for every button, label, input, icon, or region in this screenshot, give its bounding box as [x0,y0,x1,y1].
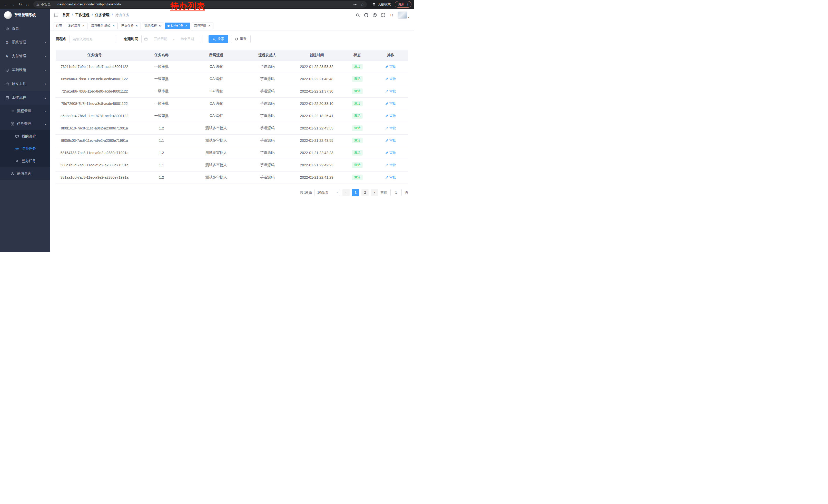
bookmark-star-icon[interactable]: ☆ [361,3,364,6]
sidebar-item-task-mgmt[interactable]: 任务管理 ▴ [0,118,50,130]
column-header-task-name: 任务名称 [133,50,190,60]
reload-icon[interactable]: ↻ [17,1,24,8]
prev-page-button[interactable]: ‹ [342,189,349,196]
close-icon[interactable]: × [112,24,115,28]
column-header-status: 状态 [341,50,373,60]
approve-button[interactable]: 审批 [385,64,396,69]
page-2-button[interactable]: 2 [362,189,369,196]
address-bar[interactable]: ⚠ 不安全 dashboard.yudao.iocoder.cn/bpm/tas… [33,1,367,8]
approve-button[interactable]: 审批 [385,101,396,106]
sidebar-item-process-mgmt[interactable]: 流程管理 ▾ [0,104,50,118]
approve-button[interactable]: 审批 [385,113,396,118]
status-cell: 激活 [341,85,373,97]
top-navbar: 首页 / 工作流程 / 任务管理 / 待办任务 [50,9,414,21]
tab-my-process[interactable]: 我的流程 × [142,22,164,29]
sidebar-item-my-process[interactable]: 我的流程 [0,130,50,142]
sidebar-item-done-task[interactable]: 已办任务 [0,155,50,167]
sidebar-item-todo-task[interactable]: 待办任务 [0,142,50,155]
app-logo[interactable]: 芋道管理系统 [0,9,50,21]
tab-todo-task[interactable]: 待办任务 × [165,22,190,29]
sidebar-item-payment[interactable]: ¥ 支付管理 ▾ [0,49,50,63]
yen-icon: ¥ [5,54,9,58]
github-icon[interactable] [364,13,368,17]
task-name-cell: 1.2 [133,147,190,159]
tab-start-process[interactable]: 发起流程 × [66,22,87,29]
process-cell: 测试多审批人 [190,122,243,134]
table-row: 8f059c03-7ac8-11ec-a9e2-a2380e71991a 1.1… [56,134,408,147]
status-badge: 激活 [352,150,363,155]
sidebar-item-system[interactable]: ⚙ 系统管理 ▾ [0,35,50,49]
url-text: dashboard.yudao.iocoder.cn/bpm/task/todo [57,3,349,6]
approve-button[interactable]: 审批 [385,175,396,180]
search-icon[interactable] [356,13,360,17]
approve-button[interactable]: 审批 [385,163,396,168]
user-menu[interactable]: ▾ [398,11,409,19]
pen-icon [385,176,388,179]
chevron-down-icon: ▾ [336,191,338,194]
browser-menu-icon[interactable]: ⋮ [406,2,410,6]
breadcrumb-workflow[interactable]: 工作流程 [75,13,89,17]
next-page-button[interactable]: › [371,189,378,196]
tab-form-edit[interactable]: 流程表单-编辑 × [89,22,118,29]
back-icon[interactable]: ← [3,1,9,8]
font-size-icon[interactable]: T↕ [389,13,393,17]
close-icon[interactable]: × [158,24,162,28]
sidebar-item-leave-query[interactable]: 请假查询 [0,167,50,180]
chevron-up-icon: ▴ [45,123,46,125]
pen-icon [385,102,388,105]
browser-update-button[interactable]: 更新 ⋮ [395,1,411,8]
key-icon[interactable] [353,3,357,6]
double-chevron-icon [15,159,19,163]
sidebar-item-infra[interactable]: 基础设施 ▾ [0,63,50,77]
home-icon[interactable]: ⌂ [24,1,31,8]
breadcrumb-home[interactable]: 首页 [62,13,70,17]
status-badge: 激活 [352,113,363,119]
search-button[interactable]: 搜索 [209,35,228,43]
status-cell: 激活 [341,147,373,159]
approve-button[interactable]: 审批 [385,126,396,131]
approve-button[interactable]: 审批 [385,138,396,143]
sidebar-toggle-icon[interactable] [54,13,58,17]
status-badge: 激活 [352,175,363,180]
sidebar-item-workflow[interactable]: 工作流程 ▴ [0,91,50,104]
sidebar-item-devtools[interactable]: 研发工具 ▾ [0,77,50,91]
tab-process-detail[interactable]: 流程详情 × [192,22,213,29]
create-time-cell: 2022-01-21 22:43:55 [292,122,341,134]
create-time-range-picker[interactable]: 开始日期 - 结束日期 [141,35,201,43]
forward-icon[interactable]: → [10,1,16,8]
create-time-cell: 2022-01-21 22:42:23 [292,147,341,159]
pen-icon [385,78,388,81]
breadcrumb-task-mgmt[interactable]: 任务管理 [95,13,110,17]
task-id-cell: 381aa1dd-7ac8-11ec-a9e2-a2380e71991a [56,171,133,184]
close-icon[interactable]: × [184,24,188,28]
close-icon[interactable]: × [135,24,138,28]
user-avatar[interactable] [398,11,407,19]
approve-button[interactable]: 审批 [385,77,396,81]
sidebar-item-home[interactable]: 首页 [0,21,50,35]
process-cell: OA 请假 [190,97,243,110]
initiator-cell: 芋道源码 [243,85,292,97]
approve-button[interactable]: 审批 [385,89,396,94]
fullscreen-icon[interactable] [381,13,385,17]
page-size-select[interactable]: 10条/页 ▾ [315,189,340,196]
process-name-input[interactable] [70,35,116,43]
status-cell: 激活 [341,134,373,147]
create-time-cell: 2022-01-21 22:41:29 [292,171,341,184]
status-cell: 激活 [341,60,373,73]
goto-page-input[interactable] [390,189,402,196]
create-time-cell: 2022-01-22 21:37:30 [292,85,341,97]
process-cell: 测试多审批人 [190,134,243,147]
close-icon[interactable]: × [82,24,85,28]
reset-button[interactable]: 重置 [231,35,251,43]
browser-chrome: ← → ↻ ⌂ ⚠ 不安全 dashboard.yudao.iocoder.cn… [0,0,414,9]
task-name-cell: 1.1 [133,159,190,171]
page-1-button[interactable]: 1 [352,189,359,196]
help-icon[interactable] [373,13,377,17]
task-name-cell: 一级审批 [133,97,190,110]
tab-done-task[interactable]: 已办任务 × [119,22,141,29]
close-icon[interactable]: × [208,24,211,28]
approve-button[interactable]: 审批 [385,150,396,155]
pagination: 共 16 条 10条/页 ▾ ‹ 1 2 › 前往 页 [56,189,408,196]
tab-home[interactable]: 首页 [54,22,65,29]
briefcase-icon [5,82,9,86]
